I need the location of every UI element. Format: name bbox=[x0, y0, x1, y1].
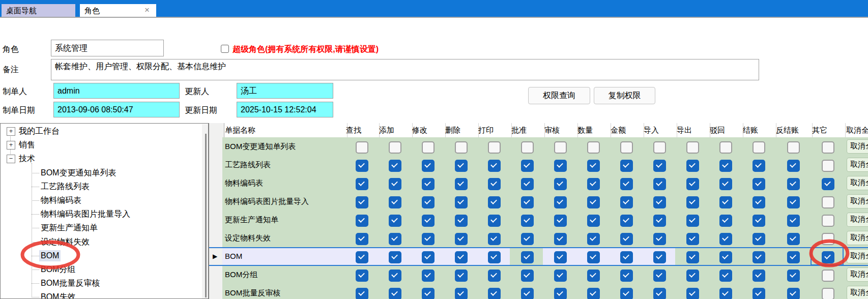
permission-checkbox-checked[interactable] bbox=[389, 160, 401, 172]
permission-checkbox-unchecked[interactable] bbox=[822, 215, 834, 227]
permission-checkbox-checked[interactable] bbox=[686, 270, 699, 282]
permission-checkbox-checked[interactable] bbox=[719, 160, 732, 172]
permission-checkbox-checked[interactable] bbox=[455, 270, 468, 282]
permission-checkbox-unchecked[interactable] bbox=[488, 141, 501, 154]
permission-checkbox-checked[interactable] bbox=[587, 196, 600, 208]
permission-checkbox-checked[interactable] bbox=[488, 160, 501, 172]
copy-permission-button[interactable]: 复制权限 bbox=[594, 87, 655, 104]
grid-header-permission[interactable]: 数量 bbox=[576, 123, 611, 137]
permission-checkbox-unchecked[interactable] bbox=[620, 141, 633, 154]
permission-checkbox-checked[interactable] bbox=[521, 251, 534, 263]
tab-desktop-navigation[interactable]: 桌面导航 bbox=[2, 4, 75, 17]
permission-checkbox-checked[interactable] bbox=[686, 196, 699, 208]
cancel-select-all-button[interactable]: 取消全选 bbox=[847, 249, 868, 263]
permission-checkbox-checked[interactable] bbox=[686, 233, 699, 245]
permission-checkbox-checked[interactable] bbox=[620, 196, 633, 208]
permission-checkbox-checked[interactable] bbox=[653, 215, 666, 227]
permission-checkbox-checked[interactable] bbox=[356, 233, 368, 245]
super-role-checkbox[interactable] bbox=[221, 45, 229, 53]
permission-checkbox-checked[interactable] bbox=[356, 251, 368, 263]
tree-expander-collapse-icon[interactable]: − bbox=[7, 155, 15, 163]
permission-checkbox-checked[interactable] bbox=[587, 233, 600, 245]
document-name-cell[interactable]: BOM bbox=[222, 247, 348, 265]
permission-checkbox-checked[interactable] bbox=[554, 233, 567, 245]
permission-checkbox-checked[interactable] bbox=[719, 178, 732, 190]
permission-checkbox-checked[interactable] bbox=[554, 251, 567, 263]
permission-checkbox-checked[interactable] bbox=[389, 196, 401, 208]
permission-checkbox-checked[interactable] bbox=[389, 178, 401, 190]
permission-checkbox-checked[interactable] bbox=[587, 288, 600, 299]
permission-checkbox-checked[interactable] bbox=[787, 251, 800, 263]
permission-checkbox-unchecked[interactable] bbox=[822, 233, 834, 245]
permission-checkbox-checked[interactable] bbox=[455, 196, 468, 208]
permission-checkbox-unchecked[interactable] bbox=[719, 141, 732, 154]
permission-checkbox-checked[interactable] bbox=[554, 270, 567, 282]
grid-header-permission[interactable]: 驳回 bbox=[708, 123, 743, 137]
permission-checkbox-checked[interactable] bbox=[753, 178, 765, 190]
permission-checkbox-checked[interactable] bbox=[753, 288, 765, 299]
permission-checkbox-checked[interactable] bbox=[753, 196, 765, 208]
grid-header-permission[interactable]: 金额 bbox=[609, 123, 644, 137]
permission-checkbox-checked[interactable] bbox=[653, 160, 666, 172]
permission-checkbox-checked[interactable] bbox=[653, 288, 666, 299]
permission-checkbox-checked[interactable] bbox=[620, 251, 633, 263]
permission-checkbox-checked[interactable] bbox=[356, 178, 368, 190]
tree-scrollbar[interactable] bbox=[202, 124, 208, 298]
permission-checkbox-checked[interactable] bbox=[455, 215, 468, 227]
permission-checkbox-checked[interactable] bbox=[822, 178, 834, 190]
permission-checkbox-checked[interactable] bbox=[686, 178, 699, 190]
permission-checkbox-checked[interactable] bbox=[653, 270, 666, 282]
tree-item-selected[interactable]: BOM bbox=[39, 250, 61, 261]
permission-checkbox-checked[interactable] bbox=[719, 270, 732, 282]
permission-checkbox-checked[interactable] bbox=[488, 270, 501, 282]
tree-item[interactable]: 物料编码表图片批量导入 bbox=[39, 208, 132, 220]
permission-checkbox-checked[interactable] bbox=[422, 178, 435, 190]
remark-input[interactable]: 帐套维护、用户管理、权限分配、基本信息维护 bbox=[51, 59, 759, 80]
permission-checkbox-checked[interactable] bbox=[719, 196, 732, 208]
permission-checkbox-checked[interactable] bbox=[422, 160, 435, 172]
permission-checkbox-unchecked[interactable] bbox=[422, 141, 435, 154]
permission-checkbox-checked[interactable] bbox=[356, 270, 368, 282]
tree-item[interactable]: BOM批量反审核 bbox=[39, 278, 101, 289]
permission-checkbox-checked[interactable] bbox=[554, 215, 567, 227]
permission-checkbox-checked[interactable] bbox=[455, 160, 468, 172]
permission-checkbox-checked[interactable] bbox=[389, 233, 401, 245]
grid-header-permission[interactable]: 批准 bbox=[510, 123, 545, 137]
permission-checkbox-checked[interactable] bbox=[719, 251, 732, 263]
permission-checkbox-checked[interactable] bbox=[719, 215, 732, 227]
permission-checkbox-checked[interactable] bbox=[422, 270, 435, 282]
permission-checkbox-checked[interactable] bbox=[787, 178, 800, 190]
permission-checkbox-checked[interactable] bbox=[389, 288, 401, 299]
permission-checkbox-checked[interactable] bbox=[488, 196, 501, 208]
permission-checkbox-checked[interactable] bbox=[587, 270, 600, 282]
permission-checkbox-checked[interactable] bbox=[422, 251, 435, 263]
permission-checkbox-checked[interactable] bbox=[787, 288, 800, 299]
role-input[interactable]: 系统管理 bbox=[51, 40, 164, 56]
cancel-select-all-button[interactable]: 取消全选 bbox=[847, 213, 868, 227]
permission-checkbox-checked[interactable] bbox=[521, 160, 534, 172]
permission-checkbox-checked[interactable] bbox=[587, 160, 600, 172]
permission-checkbox-unchecked[interactable] bbox=[653, 141, 666, 154]
close-icon[interactable]: × bbox=[143, 4, 151, 17]
permission-checkbox-checked[interactable] bbox=[488, 178, 501, 190]
permission-checkbox-checked[interactable] bbox=[488, 251, 501, 263]
permission-checkbox-checked[interactable] bbox=[455, 251, 468, 263]
permission-checkbox-checked[interactable] bbox=[521, 233, 534, 245]
permission-checkbox-checked[interactable] bbox=[356, 215, 368, 227]
permission-checkbox-checked[interactable] bbox=[521, 196, 534, 208]
permission-checkbox-checked[interactable] bbox=[521, 270, 534, 282]
grid-header-cancel-select-all[interactable]: 取消全选 bbox=[844, 123, 868, 137]
permission-checkbox-unchecked[interactable] bbox=[753, 141, 765, 154]
permission-checkbox-checked[interactable] bbox=[587, 251, 600, 263]
permission-checkbox-checked[interactable] bbox=[587, 178, 600, 190]
document-name-cell[interactable]: BOM分组 bbox=[222, 265, 348, 284]
permission-checkbox-checked[interactable] bbox=[686, 160, 699, 172]
permission-checkbox-checked[interactable] bbox=[455, 288, 468, 299]
permission-checkbox-checked[interactable] bbox=[521, 288, 534, 299]
permission-checkbox-checked[interactable] bbox=[787, 270, 800, 282]
cancel-select-all-button[interactable]: 取消全选 bbox=[847, 194, 868, 208]
permission-checkbox-unchecked[interactable] bbox=[389, 141, 401, 154]
permission-checkbox-unchecked[interactable] bbox=[686, 141, 699, 154]
permission-checkbox-checked[interactable] bbox=[422, 215, 435, 227]
permission-checkbox-checked[interactable] bbox=[753, 270, 765, 282]
